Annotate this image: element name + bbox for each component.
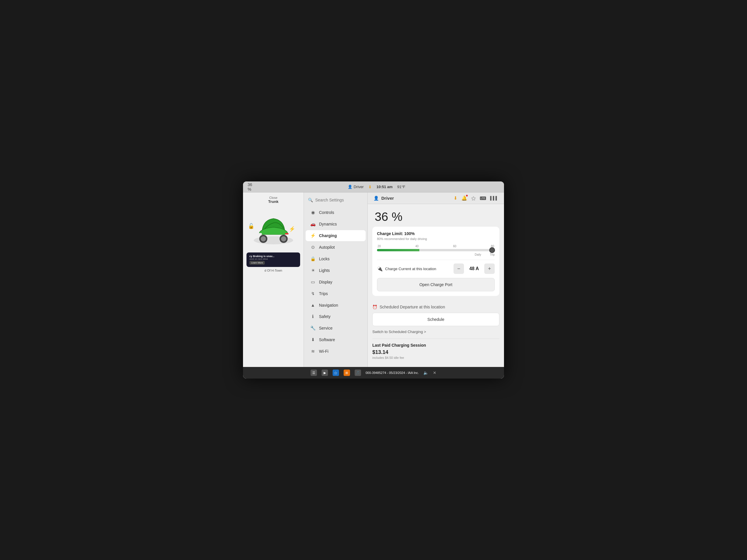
close-label: Close xyxy=(268,196,278,199)
status-driver-icon: 👤 Driver xyxy=(348,185,364,189)
menu-icon-trips: ↯ xyxy=(310,291,315,296)
menu-icon-autopilot: ⊙ xyxy=(310,245,315,250)
charge-value-display: 48 A xyxy=(464,264,484,273)
menu-icon-display: ▭ xyxy=(310,279,315,285)
switch-charging-link[interactable]: Switch to Scheduled Charging > xyxy=(372,328,499,335)
slider-thumb[interactable] xyxy=(489,247,495,253)
sidebar-item-autopilot[interactable]: ⊙ Autopilot xyxy=(306,242,366,253)
location-label: d Of H-Town xyxy=(264,269,282,272)
bottom-icon-media[interactable]: 🎵 xyxy=(355,370,361,376)
schedule-button[interactable]: Schedule xyxy=(372,313,499,326)
lte-badge: LTE xyxy=(480,196,486,200)
last-paid-note: includes $4.50 idle fee xyxy=(372,356,499,359)
close-trunk[interactable]: Close Trunk xyxy=(268,196,278,204)
charge-limit-subtitle: 80% recommended for daily driving xyxy=(377,237,495,241)
sidebar-item-display[interactable]: ▭ Display xyxy=(306,276,366,288)
bottom-icon-menu[interactable]: ☰ xyxy=(311,370,317,376)
sidebar-item-lights[interactable]: ☀ Lights xyxy=(306,265,366,276)
battery-status: 36 % xyxy=(248,184,253,190)
bell-icon: 🔔 xyxy=(461,195,467,201)
open-charge-port-button[interactable]: Open Charge Port xyxy=(377,278,495,291)
menu-icon-navigation: ▲ xyxy=(310,302,315,308)
signal-bars: ▌▌▌ xyxy=(490,196,498,200)
menu-label-controls: Controls xyxy=(319,210,334,215)
svg-point-2 xyxy=(261,236,266,241)
slider-track[interactable] xyxy=(377,249,495,251)
scheduled-departure-title: ⏰ Scheduled Departure at this location xyxy=(372,304,499,309)
charge-status-icon: ⚡ xyxy=(289,226,295,232)
bottom-icon-app[interactable]: ⊞ xyxy=(344,370,350,376)
last-paid-section: Last Paid Charging Session $13.14 includ… xyxy=(372,339,499,364)
svg-point-4 xyxy=(281,236,286,241)
settings-sidebar: 🔍 ◉ Controls 🚗 Dynamics ⚡ Charging ⊙ Aut… xyxy=(304,192,368,378)
decrement-button[interactable]: − xyxy=(454,264,464,274)
sidebar-item-controls[interactable]: ◉ Controls xyxy=(306,207,366,218)
charge-limit-title: Charge Limit: 100% xyxy=(377,231,495,236)
plug-icon: 🔌 xyxy=(377,266,383,272)
status-time: 10:51 am xyxy=(377,185,393,189)
menu-icon-lights: ☀ xyxy=(310,268,315,273)
charge-slider-container[interactable]: 20 40 60 80 Daily Trip xyxy=(377,245,495,256)
menu-icon-controls: ◉ xyxy=(310,210,315,215)
menu-label-lights: Lights xyxy=(319,268,330,273)
charge-current-row: 🔌 Charge Current at this location − 48 A… xyxy=(377,260,495,274)
search-bar[interactable]: 🔍 xyxy=(304,196,367,204)
svg-rect-6 xyxy=(285,233,288,235)
bottom-icon-bluetooth[interactable]: ⚝ xyxy=(333,370,339,376)
status-bar: 36 % 👤 Driver ⬇ 10:51 am 91°F xyxy=(243,182,504,192)
search-icon: 🔍 xyxy=(308,198,313,202)
status-temp: 91°F xyxy=(397,185,405,189)
menu-icon-software: ⬇ xyxy=(310,337,315,342)
lock-icon: 🔓 xyxy=(248,223,254,229)
sidebar-item-trips[interactable]: ↯ Trips xyxy=(306,288,366,299)
settings-menu: ◉ Controls 🚗 Dynamics ⚡ Charging ⊙ Autop… xyxy=(304,207,367,357)
menu-icon-wifi: ≋ xyxy=(310,349,315,354)
sidebar-item-charging[interactable]: ⚡ Charging xyxy=(306,230,366,241)
sidebar-item-service[interactable]: 🔧 Service xyxy=(306,323,366,334)
bluetooth-icon: ⚝ xyxy=(471,196,476,201)
slider-label-40: 40 xyxy=(415,245,418,248)
alert-banner: cy Braking is unav... ored on next drive… xyxy=(247,252,300,267)
volume-button[interactable]: 🔈 xyxy=(423,370,428,375)
learn-more-button[interactable]: Learn More xyxy=(249,261,265,265)
menu-label-trips: Trips xyxy=(319,291,328,296)
menu-icon-charging: ⚡ xyxy=(310,233,315,238)
sidebar-item-locks[interactable]: 🔒 Locks xyxy=(306,253,366,264)
sidebar-item-safety[interactable]: ℹ Safety xyxy=(306,311,366,322)
menu-label-locks: Locks xyxy=(319,257,330,261)
menu-icon-dynamics: 🚗 xyxy=(310,221,315,227)
menu-label-dynamics: Dynamics xyxy=(319,222,337,226)
svg-rect-5 xyxy=(258,233,262,235)
status-driver-label: Driver xyxy=(354,185,364,189)
sidebar-item-wifi[interactable]: ≋ Wi-Fi xyxy=(306,346,366,357)
increment-button[interactable]: + xyxy=(484,264,495,274)
daily-label: Daily xyxy=(475,253,481,256)
trip-label: Trip xyxy=(490,253,495,256)
menu-icon-locks: 🔒 xyxy=(310,256,315,262)
charge-current-text: Charge Current at this location xyxy=(385,267,436,271)
charging-header: 👤 Driver ⬇ 🔔 ⚝ LTE ▌▌▌ xyxy=(368,192,504,204)
alert-title: cy Braking is unav... xyxy=(249,255,297,258)
sidebar-item-dynamics[interactable]: 🚗 Dynamics xyxy=(306,218,366,230)
alert-sub: ored on next drive xyxy=(249,258,297,260)
menu-label-charging: Charging xyxy=(319,233,337,238)
sidebar-item-navigation[interactable]: ▲ Navigation xyxy=(306,300,366,311)
slider-label-60: 60 xyxy=(453,245,457,248)
sidebar-item-software[interactable]: ⬇ Software xyxy=(306,334,366,345)
menu-label-safety: Safety xyxy=(319,314,331,319)
screen-container: 36 % 👤 Driver ⬇ 10:51 am 91°F Close Trun… xyxy=(243,182,504,378)
person-icon: 👤 xyxy=(348,185,352,189)
slider-fill xyxy=(377,249,419,251)
close-button[interactable]: ✕ xyxy=(433,370,436,375)
download-icon-header: ⬇ xyxy=(454,195,457,201)
search-input[interactable] xyxy=(315,198,363,202)
driver-person-icon: 👤 xyxy=(374,196,379,201)
bottom-bar-center-text: 000-39485274 - 05/23/2024 - IAA Inc. xyxy=(366,371,419,374)
last-paid-title: Last Paid Charging Session xyxy=(372,343,499,348)
driver-name: Driver xyxy=(381,196,394,201)
car-panel: Close Trunk xyxy=(243,192,304,378)
charging-panel: 👤 Driver ⬇ 🔔 ⚝ LTE ▌▌▌ 36 % Charge Limit… xyxy=(368,192,504,378)
scheduled-title-text: Scheduled Departure at this location xyxy=(380,304,445,309)
bottom-icon-play[interactable]: ▶ xyxy=(321,370,328,376)
trunk-label: Trunk xyxy=(268,199,278,204)
